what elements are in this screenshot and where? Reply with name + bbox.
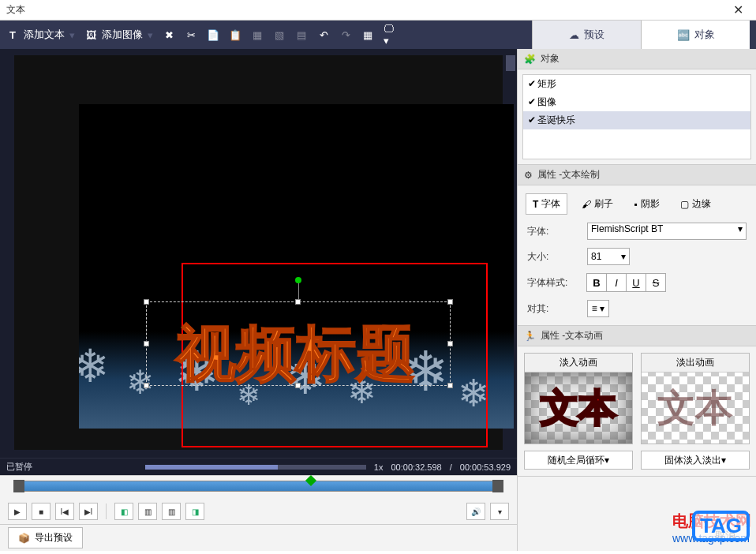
anim-buttons: 随机全局循环 ▾ 固体淡入淡出 ▾ — [524, 451, 750, 470]
marker-c-button[interactable]: ▥ — [162, 503, 181, 520]
props-section: ⚙ 属性 -文本绘制 T字体 🖌刷子 ▪阴影 ▢边缘 字体: FlemishSc… — [518, 165, 756, 326]
resize-handle-sw[interactable] — [144, 383, 149, 388]
play-button[interactable]: ▶ — [8, 503, 27, 520]
stop-button[interactable]: ■ — [32, 503, 51, 520]
align-label: 对其: — [527, 302, 578, 316]
layer-front-icon[interactable]: ▦ — [251, 28, 264, 41]
anim-card-out[interactable]: 淡出动画 文本 — [641, 353, 750, 444]
size-label: 大小: — [527, 250, 578, 264]
undo-icon[interactable]: ↶ — [317, 28, 330, 41]
anim-btn-2[interactable]: 固体淡入淡出 ▾ — [641, 451, 750, 470]
timeline-handle-left[interactable] — [13, 480, 24, 492]
screen-icon[interactable]: 🖵 ▾ — [384, 28, 396, 41]
cancel-button[interactable]: 取消 — [715, 529, 735, 543]
time-current: 00:00:32.598 — [391, 462, 441, 472]
prop-tab-edge[interactable]: ▢边缘 — [674, 193, 717, 215]
volume-dropdown[interactable]: ▾ — [490, 503, 509, 520]
rotation-line — [298, 283, 299, 299]
prop-tab-shadow[interactable]: ▪阴影 — [627, 193, 665, 215]
object-item-image[interactable]: ✔图像 — [523, 93, 750, 111]
next-button[interactable]: ▶I — [79, 503, 98, 520]
underline-button[interactable]: U — [626, 273, 646, 292]
props-header-label: 属性 -文本绘制 — [537, 168, 600, 182]
add-text-button[interactable]: T 添加文本 ▾ — [6, 28, 75, 42]
playback-speed: 1x — [374, 462, 384, 472]
copy-icon[interactable]: 📄 — [207, 28, 219, 41]
redo-icon[interactable]: ↷ — [339, 28, 352, 41]
tab-object[interactable]: 🔤 对象 — [641, 21, 750, 49]
canvas[interactable]: ❄ ❄ ❄ ❄ ❄ ❄ ❄ ❄ — [14, 55, 503, 450]
font-row: 字体: FlemishScript BT ▾ — [527, 223, 747, 240]
scrollbar-vertical[interactable] — [506, 55, 515, 450]
resize-handle-n[interactable] — [295, 299, 301, 305]
objects-section: 🧩 对象 ✔矩形 ✔图像 ✔圣诞快乐 — [518, 49, 756, 165]
anim-card-in[interactable]: 淡入动画 文本 — [524, 353, 633, 444]
layer-up-icon[interactable]: ▤ — [295, 28, 308, 41]
prop-tab-font[interactable]: T字体 — [526, 193, 567, 215]
prop-tabs: T字体 🖌刷子 ▪阴影 ▢边缘 — [526, 193, 748, 215]
chevron-down-icon: ▾ — [69, 29, 75, 41]
resize-handle-se[interactable] — [447, 383, 453, 388]
rotation-handle[interactable] — [295, 277, 301, 283]
timeline-bar[interactable] — [14, 481, 503, 492]
prev-button[interactable]: I◀ — [55, 503, 74, 520]
toolbar: T 添加文本 ▾ 🖼 添加图像 ▾ ✖ ✂ 📄 📋 ▦ ▧ ▤ ↶ ↷ ▦ 🖵 … — [0, 21, 756, 49]
add-image-button[interactable]: 🖼 添加图像 ▾ — [84, 28, 153, 42]
marker-a-button[interactable]: ◧ — [114, 503, 133, 520]
style-label: 字体样式: — [527, 276, 578, 290]
size-input[interactable]: 81▾ — [587, 248, 630, 265]
object-item-text[interactable]: ✔圣诞快乐 — [523, 111, 750, 129]
volume-button[interactable]: 🔊 — [466, 503, 485, 520]
bold-button[interactable]: B — [586, 273, 607, 292]
status-bar: 已暂停 1x 00:00:32.598 / 00:00:53.929 — [0, 458, 517, 475]
timeline-playhead[interactable] — [305, 475, 316, 486]
objects-list: ✔矩形 ✔图像 ✔圣诞快乐 — [522, 74, 751, 159]
layer-back-icon[interactable]: ▧ — [273, 28, 286, 41]
close-button[interactable]: ✕ — [727, 2, 750, 17]
gear-icon: ⚙ — [524, 170, 533, 181]
anim-header-label: 属性 -文本动画 — [541, 329, 603, 343]
scrollbar-thumb[interactable] — [506, 55, 515, 71]
align-button[interactable]: ≡ ▾ — [587, 300, 609, 317]
left-pane: ❄ ❄ ❄ ❄ ❄ ❄ ❄ ❄ — [0, 49, 517, 551]
resize-handle-nw[interactable] — [144, 299, 149, 305]
resize-handle-w[interactable] — [144, 341, 149, 346]
font-select[interactable]: FlemishScript BT ▾ — [587, 223, 747, 240]
anim-in-label: 淡入动画 — [525, 354, 632, 372]
text-icon: T — [6, 28, 19, 41]
marker-d-button[interactable]: ◨ — [185, 503, 204, 520]
resize-handle-e[interactable] — [447, 341, 453, 346]
anim-btn-1[interactable]: 随机全局循环 ▾ — [524, 451, 633, 470]
canvas-wrap: ❄ ❄ ❄ ❄ ❄ ❄ ❄ ❄ — [0, 49, 517, 458]
export-preset-button[interactable]: 📦 导出预设 — [8, 527, 83, 548]
playback-state: 已暂停 — [6, 461, 32, 473]
resize-handle-ne[interactable] — [447, 299, 453, 305]
anim-section: 🏃 属性 -文本动画 淡入动画 文本 淡出动画 文本 随机全局循环 ▾ 固体淡入… — [518, 326, 756, 477]
marker-b-button[interactable]: ▥ — [138, 503, 157, 520]
strike-button[interactable]: S — [646, 273, 666, 292]
timeline[interactable] — [0, 475, 517, 499]
panel-tabs: ☁ 预设 🔤 对象 — [532, 21, 750, 49]
tab-preset-label: 预设 — [584, 28, 604, 42]
grid-icon[interactable]: ▦ — [361, 28, 374, 41]
object-icon: 🔤 — [677, 29, 690, 41]
chevron-down-icon: ▾ — [148, 29, 153, 41]
anim-cards: 淡入动画 文本 淡出动画 文本 — [524, 353, 750, 444]
title-text[interactable]: 视频标题 — [176, 314, 416, 395]
prop-tab-brush[interactable]: 🖌刷子 — [575, 193, 619, 215]
preset-icon: ☁ — [569, 29, 579, 41]
progress-bar[interactable] — [145, 465, 366, 470]
export-icon: 📦 — [18, 533, 30, 544]
delete-icon[interactable]: ✖ — [163, 28, 175, 41]
italic-button[interactable]: I — [606, 273, 627, 292]
cut-icon[interactable]: ✂ — [185, 28, 197, 41]
anim-out-sample: 文本 — [657, 383, 733, 433]
timeline-handle-right[interactable] — [492, 480, 503, 492]
right-panel: 🧩 对象 ✔矩形 ✔图像 ✔圣诞快乐 ⚙ 属性 -文本绘制 T字体 🖌刷子 ▪阴… — [517, 49, 756, 551]
paste-icon[interactable]: 📋 — [229, 28, 241, 41]
tab-preset[interactable]: ☁ 预设 — [532, 21, 641, 49]
object-item-rect[interactable]: ✔矩形 — [523, 75, 750, 93]
style-row: 字体样式: B I U S — [527, 273, 747, 292]
time-sep: / — [450, 462, 452, 472]
anim-header: 🏃 属性 -文本动画 — [518, 326, 756, 346]
